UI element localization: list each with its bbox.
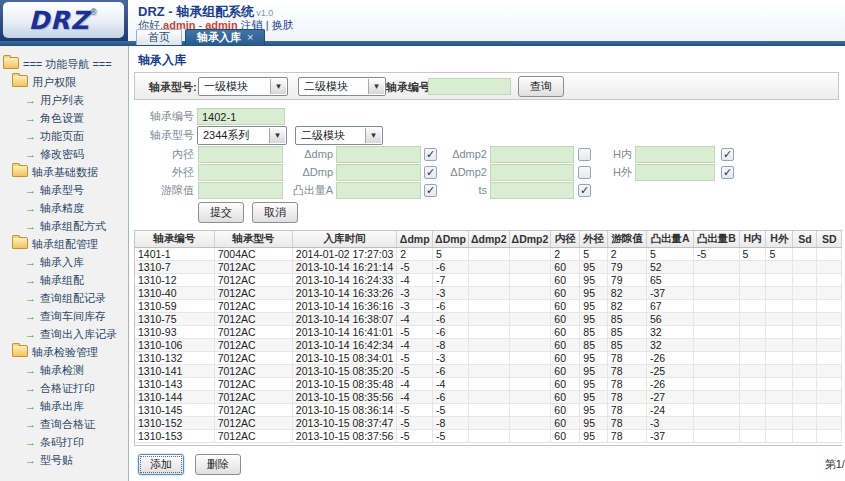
sidebar-item-=== 功能导航 ===[interactable]: === 功能导航 ===: [0, 55, 128, 73]
table-row[interactable]: 1310-937012AC2013-10-14 16:41:01-5-66085…: [135, 326, 842, 339]
sidebar-item-合格证打印[interactable]: →合格证打印: [0, 379, 128, 397]
sidebar-item-用户列表[interactable]: →用户列表: [0, 91, 128, 109]
table-row[interactable]: 1310-597012AC2013-10-14 16:36:16-3-66095…: [135, 300, 842, 313]
field-input-凸出量A[interactable]: [336, 182, 421, 199]
column-header-凸出量B: 凸出量B: [694, 231, 740, 248]
table-header-row: 轴承编号轴承型号入库时间ΔdmpΔDmpΔdmp2ΔDmp2内径外径游隙值凸出量…: [135, 231, 842, 248]
field-input-Δdmp[interactable]: [336, 146, 421, 163]
table-row[interactable]: 1401-17004AC2014-01-02 17:27:03252525-55…: [135, 248, 842, 261]
tab-home[interactable]: 首页: [136, 29, 182, 45]
table-cell: [509, 248, 551, 261]
sidebar-item-型号贴[interactable]: →型号贴: [0, 451, 128, 469]
table-row[interactable]: 1310-407012AC2013-10-14 16:33:26-3-36095…: [135, 287, 842, 300]
sidebar-item-轴承检测[interactable]: →轴承检测: [0, 361, 128, 379]
search-panel: 轴承型号: 一级模块 二级模块 轴承编号: 查询: [134, 72, 839, 100]
tab-bearing-inbound[interactable]: 轴承入库×: [185, 29, 265, 45]
delete-button[interactable]: 删除: [195, 454, 241, 475]
sidebar-item-轴承精度[interactable]: →轴承精度: [0, 199, 128, 217]
sidebar-item-功能页面[interactable]: →功能页面: [0, 127, 128, 145]
table-row[interactable]: 1310-1417012AC2013-10-15 08:35:20-5-6609…: [135, 365, 842, 378]
sidebar-item-条码打印[interactable]: →条码打印: [0, 433, 128, 451]
form-module-select[interactable]: 二级模块: [295, 126, 383, 145]
arrow-icon: →: [25, 184, 36, 196]
table-row[interactable]: 1310-1067012AC2013-10-14 16:42:34-4-8608…: [135, 339, 842, 352]
table-cell: 2013-10-14 16:36:16: [292, 300, 397, 313]
table-cell: 82: [607, 287, 646, 300]
sidebar-item-轴承组配[interactable]: →轴承组配: [0, 271, 128, 289]
sidebar-item-查询合格证[interactable]: →查询合格证: [0, 415, 128, 433]
table-cell: 60: [551, 287, 580, 300]
table-row[interactable]: 1310-1537012AC2013-10-15 08:37:56-5-5609…: [135, 430, 842, 443]
field-checkbox-H内[interactable]: ✓: [721, 148, 734, 161]
search-level2-select[interactable]: 二级模块: [298, 77, 386, 96]
table-cell: 7012AC: [214, 300, 292, 313]
sidebar-item-轴承型号[interactable]: →轴承型号: [0, 181, 128, 199]
sidebar-item-轴承组配管理[interactable]: 轴承组配管理: [0, 235, 128, 253]
table-row[interactable]: 1310-127012AC2013-10-14 16:24:33-4-76095…: [135, 274, 842, 287]
table-cell: [766, 365, 793, 378]
sidebar-item-修改密码[interactable]: →修改密码: [0, 145, 128, 163]
sidebar-item-轴承检验管理[interactable]: 轴承检验管理: [0, 343, 128, 361]
sidebar-item-查询出入库记录[interactable]: →查询出入库记录: [0, 325, 128, 343]
table-cell: 7012AC: [214, 261, 292, 274]
table-row[interactable]: 1310-757012AC2013-10-14 16:38:07-4-66095…: [135, 313, 842, 326]
table-cell: -26: [647, 352, 694, 365]
table-cell: 56: [647, 313, 694, 326]
field-label-外径: 外径: [138, 164, 194, 181]
table-cell: [509, 326, 551, 339]
arrow-icon: →: [25, 256, 36, 268]
field-input-H外[interactable]: [635, 164, 715, 181]
sidebar-item-label: 轴承检验管理: [32, 346, 98, 358]
table-cell: [694, 378, 740, 391]
field-input-游隙值[interactable]: [198, 182, 283, 199]
table-row[interactable]: 1310-77012AC2013-10-14 16:21:14-5-660957…: [135, 261, 842, 274]
field-input-Δdmp2[interactable]: [490, 146, 574, 163]
tab-close-icon[interactable]: ×: [247, 31, 253, 43]
table-cell: [793, 300, 817, 313]
table-cell: 1401-1: [135, 248, 214, 261]
cancel-button[interactable]: 取消: [252, 202, 298, 223]
sidebar-item-查询组配记录[interactable]: →查询组配记录: [0, 289, 128, 307]
table-cell: 2: [607, 248, 646, 261]
field-input-ΔDmp[interactable]: [336, 164, 421, 181]
field-checkbox-ts[interactable]: ✓: [578, 184, 591, 197]
field-input-ΔDmp2[interactable]: [490, 164, 574, 181]
table-cell: 7012AC: [214, 274, 292, 287]
form-serial-input[interactable]: [197, 108, 285, 125]
arrow-icon: →: [25, 454, 36, 466]
field-input-H内[interactable]: [635, 146, 715, 163]
table-cell: -5: [433, 430, 469, 443]
query-button[interactable]: 查询: [518, 76, 564, 97]
table-row[interactable]: 1310-1447012AC2013-10-15 08:35:56-4-6609…: [135, 391, 842, 404]
add-button[interactable]: 添加: [138, 454, 184, 475]
sidebar-item-轴承基础数据[interactable]: 轴承基础数据: [0, 163, 128, 181]
sidebar-item-轴承组配方式[interactable]: →轴承组配方式: [0, 217, 128, 235]
table-cell: 7012AC: [214, 287, 292, 300]
table-cell: [739, 313, 766, 326]
submit-button[interactable]: 提交: [198, 202, 244, 223]
sidebar-item-角色设置[interactable]: →角色设置: [0, 109, 128, 127]
sidebar-item-查询车间库存[interactable]: →查询车间库存: [0, 307, 128, 325]
search-level1-select[interactable]: 一级模块: [198, 77, 288, 96]
field-label-游隙值: 游隙值: [138, 182, 194, 199]
sidebar-item-用户权限[interactable]: 用户权限: [0, 73, 128, 91]
table-cell: 60: [551, 261, 580, 274]
field-input-ts[interactable]: [490, 182, 574, 199]
search-serial-input[interactable]: [428, 78, 511, 95]
table-row[interactable]: 1310-1327012AC2013-10-15 08:34:01-5-3609…: [135, 352, 842, 365]
field-label-ΔDmp: ΔDmp: [276, 164, 333, 181]
sidebar-item-轴承出库[interactable]: →轴承出库: [0, 397, 128, 415]
table-row[interactable]: 1310-1527012AC2013-10-15 08:37:47-5-8609…: [135, 417, 842, 430]
sidebar-item-label: 轴承基础数据: [32, 166, 98, 178]
skin-link[interactable]: 换肤: [272, 19, 294, 31]
field-checkbox-H外[interactable]: ✓: [721, 166, 734, 179]
table-cell: 2014-01-02 17:27:03: [292, 248, 397, 261]
field-input-外径[interactable]: [198, 164, 283, 181]
folder-icon: [3, 57, 19, 69]
field-label-Δdmp2: Δdmp2: [428, 146, 487, 163]
table-row[interactable]: 1310-1437012AC2013-10-15 08:35:48-4-4609…: [135, 378, 842, 391]
form-model-select[interactable]: 2344系列: [197, 126, 287, 145]
field-input-内径[interactable]: [198, 146, 283, 163]
table-row[interactable]: 1310-1457012AC2013-10-15 08:36:14-5-5609…: [135, 404, 842, 417]
sidebar-item-轴承入库[interactable]: →轴承入库: [0, 253, 128, 271]
